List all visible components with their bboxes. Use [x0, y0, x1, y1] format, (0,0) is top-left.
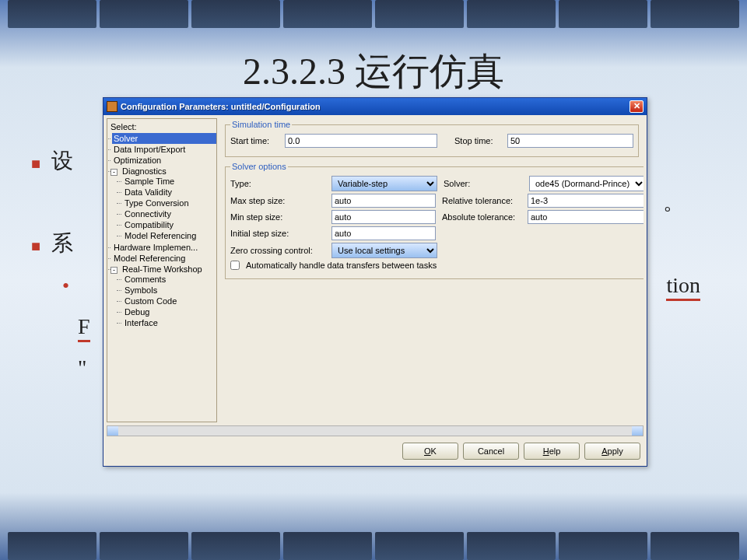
- stop-time-label: Stop time:: [454, 136, 504, 145]
- tree-sample-time[interactable]: Sample Time: [123, 176, 215, 187]
- app-icon: [107, 101, 117, 112]
- slide-line-1: 设: [51, 149, 73, 173]
- tree-debug[interactable]: Debug: [123, 306, 215, 317]
- tree-model-ref[interactable]: Model Referencing: [123, 230, 215, 241]
- solver-options-group: Solver options Type: Variable-step Solve…: [225, 162, 644, 279]
- tree-interface[interactable]: Interface: [123, 317, 215, 328]
- ok-button[interactable]: OOKK: [402, 443, 458, 460]
- tree-data-validity[interactable]: Data Validity: [123, 187, 215, 198]
- abs-tol-label: Absolute tolerance:: [442, 212, 524, 222]
- tree-comments[interactable]: Comments: [123, 274, 215, 285]
- max-step-input[interactable]: [331, 194, 436, 208]
- tree-data-io[interactable]: Data Import/Export: [112, 144, 216, 155]
- simulation-time-group: Simulation time Start time: Stop time:: [225, 120, 639, 157]
- tree-hardware[interactable]: Hardware Implemen...: [112, 242, 216, 253]
- start-time-label: Start time:: [230, 136, 282, 145]
- close-button[interactable]: ✕: [630, 100, 644, 113]
- tree-compatibility[interactable]: Compatibility: [123, 219, 215, 230]
- tree-model-ref-2[interactable]: Model Referencing: [112, 253, 216, 264]
- slide-line-1-tail: 。: [663, 190, 685, 214]
- slide-line-2: 系: [51, 231, 73, 255]
- type-select[interactable]: Variable-step: [331, 176, 437, 191]
- start-time-input[interactable]: [285, 134, 437, 148]
- tree-diagnostics[interactable]: -Diagnostics Sample Time Data Validity T…: [112, 166, 216, 242]
- max-step-label: Max step size:: [230, 196, 328, 205]
- solver-select[interactable]: ode45 (Dormand-Prince): [529, 176, 644, 191]
- zcc-select[interactable]: Use local settings: [331, 243, 437, 258]
- tree-type-conversion[interactable]: Type Conversion: [123, 198, 215, 208]
- zcc-label: Zero crossing control:: [230, 246, 328, 255]
- horizontal-scrollbar[interactable]: [107, 425, 644, 436]
- slide-line-5: ": [78, 355, 86, 380]
- rel-tol-label: Relative tolerance:: [442, 196, 524, 205]
- collapse-icon[interactable]: -: [110, 267, 117, 274]
- cancel-button[interactable]: Cancel: [463, 443, 519, 460]
- config-dialog: Configuration Parameters: untitled/Confi…: [103, 97, 647, 467]
- abs-tol-input[interactable]: [528, 210, 644, 224]
- help-button[interactable]: HelpHelp: [524, 443, 580, 460]
- apply-button[interactable]: ApplyApply: [584, 443, 640, 460]
- sim-time-legend: Simulation time: [230, 120, 292, 129]
- tree-symbols[interactable]: Symbols: [123, 285, 215, 296]
- sub-bullet-icon: •: [62, 275, 69, 297]
- auto-transfers-label: Automatically handle data transfers betw…: [246, 261, 437, 270]
- init-step-input[interactable]: [331, 226, 436, 240]
- solver-label: Solver:: [444, 179, 526, 188]
- bullet-icon: ■: [31, 155, 40, 172]
- tree-panel: Select: Solver Data Import/Export Optimi…: [107, 118, 217, 422]
- type-label: Type:: [230, 179, 328, 188]
- settings-panel: Simulation time Start time: Stop time: S…: [220, 118, 644, 422]
- dialog-title: Configuration Parameters: untitled/Confi…: [121, 102, 630, 111]
- rel-tol-input[interactable]: [528, 194, 644, 208]
- tree-custom-code[interactable]: Custom Code: [123, 296, 215, 306]
- solver-opts-legend: Solver options: [230, 162, 288, 171]
- slide-title: 2.3.2.3 运行仿真: [0, 47, 747, 96]
- tree-optimization[interactable]: Optimization: [112, 155, 216, 166]
- slide-line-4: F: [78, 314, 90, 342]
- titlebar[interactable]: Configuration Parameters: untitled/Confi…: [103, 98, 647, 115]
- decorative-bricks-top: [0, 0, 747, 28]
- collapse-icon[interactable]: -: [110, 169, 117, 176]
- tree-header: Select:: [107, 121, 216, 133]
- min-step-label: Min step size:: [230, 212, 328, 222]
- tree-connectivity[interactable]: Connectivity: [123, 208, 215, 219]
- slide-line-3-tail: tion: [666, 264, 700, 306]
- min-step-input[interactable]: [331, 210, 436, 224]
- bullet-icon: ■: [31, 237, 40, 254]
- init-step-label: Initial step size:: [230, 229, 328, 238]
- tree-solver[interactable]: Solver: [112, 133, 216, 144]
- decorative-bricks-bottom: [0, 532, 747, 560]
- tree-rtw[interactable]: -Real-Time Workshop Comments Symbols Cus…: [112, 264, 216, 329]
- auto-transfers-checkbox[interactable]: [230, 261, 240, 270]
- category-tree[interactable]: Solver Data Import/Export Optimization -…: [107, 133, 216, 329]
- stop-time-input[interactable]: [507, 134, 633, 148]
- dialog-buttons: OOKK Cancel HelpHelp ApplyApply: [103, 439, 647, 466]
